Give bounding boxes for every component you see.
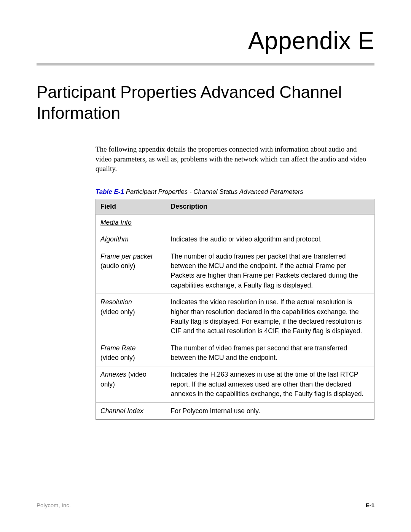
- footer-page-number: E-1: [366, 502, 374, 508]
- desc-cell: The number of video frames per second th…: [166, 340, 374, 366]
- table-row: Frame per packet (audio only) The number…: [96, 248, 374, 294]
- col-header-field: Field: [96, 199, 166, 214]
- table-row: Channel Index For Polycom Internal use o…: [96, 403, 374, 419]
- table-row: Frame Rate (video only) The number of vi…: [96, 340, 374, 366]
- appendix-label: Appendix E: [37, 27, 374, 55]
- properties-table: Field Description Media Info Algorithm I…: [96, 199, 374, 420]
- section-title: Participant Properties Advanced Channel …: [37, 81, 374, 123]
- horizontal-rule: [37, 63, 374, 66]
- field-cell: Algorithm: [96, 231, 166, 248]
- table-caption: Table E-1 Participant Properties - Chann…: [96, 188, 374, 196]
- desc-cell: For Polycom Internal use only.: [166, 403, 374, 419]
- desc-cell: Indicates the H.263 annexes in use at th…: [166, 366, 374, 403]
- desc-cell: Indicates the audio or video algorithm a…: [166, 231, 374, 248]
- table-section-heading: Media Info: [96, 214, 374, 231]
- table-caption-label: Table E-1: [96, 188, 124, 195]
- table-row: Resolution (video only) Indicates the vi…: [96, 294, 374, 340]
- field-cell: Channel Index: [96, 403, 166, 419]
- table-row: Algorithm Indicates the audio or video a…: [96, 231, 374, 248]
- page-footer: Polycom, Inc. E-1: [37, 502, 374, 508]
- field-cell: Frame per packet (audio only): [96, 248, 166, 294]
- desc-cell: Indicates the video resolution in use. I…: [166, 294, 374, 340]
- field-cell: Resolution (video only): [96, 294, 166, 340]
- footer-company: Polycom, Inc.: [37, 502, 71, 508]
- table-header-row: Field Description: [96, 199, 374, 214]
- table-caption-text: Participant Properties - Channel Status …: [124, 188, 303, 195]
- intro-paragraph: The following appendix details the prope…: [96, 144, 374, 174]
- table-section-row: Media Info: [96, 214, 374, 231]
- table-row: Annexes (video only) Indicates the H.263…: [96, 366, 374, 403]
- field-cell: Frame Rate (video only): [96, 340, 166, 366]
- field-cell: Annexes (video only): [96, 366, 166, 403]
- desc-cell: The number of audio frames per packet th…: [166, 248, 374, 294]
- col-header-description: Description: [166, 199, 374, 214]
